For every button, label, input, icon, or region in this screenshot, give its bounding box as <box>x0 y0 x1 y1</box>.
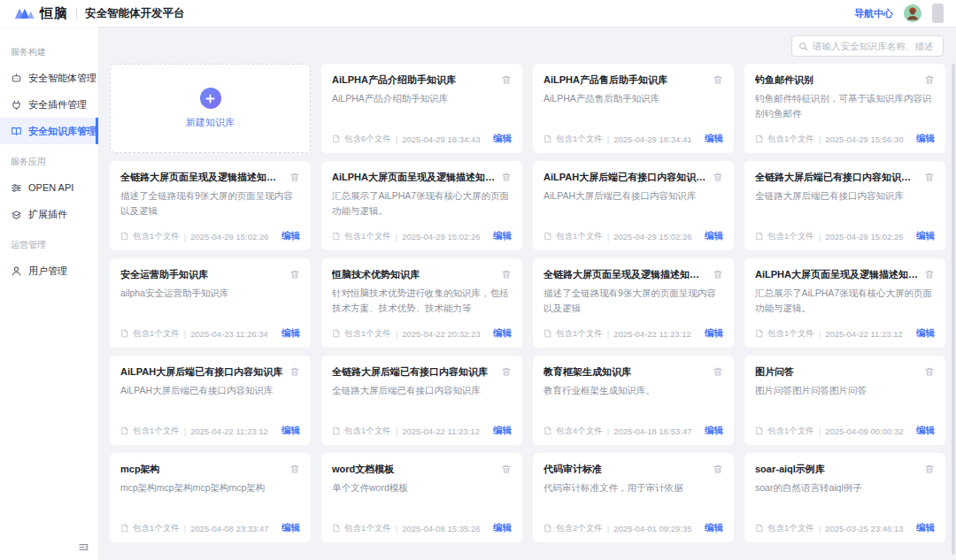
card-timestamp: 2025-04-29 15:02:26 <box>190 232 268 242</box>
sidebar-item-open-api[interactable]: OPEN API <box>0 174 98 201</box>
sidebar: 服务构建 安全智能体管理 安全插件管理 <box>0 27 99 560</box>
sidebar-collapse-icon[interactable] <box>78 541 89 553</box>
edit-link[interactable]: 编辑 <box>493 327 512 340</box>
delete-icon[interactable] <box>289 366 300 377</box>
footer-separator: | <box>607 134 609 144</box>
footer-separator: | <box>819 134 821 144</box>
edit-link[interactable]: 编辑 <box>281 230 300 242</box>
card-title: 恒脑技术优势知识库 <box>332 268 496 281</box>
card-description: 汇总展示了AiLPHA7张现有核心大屏的页面功能与逻辑。 <box>755 286 935 315</box>
edit-link[interactable]: 编辑 <box>493 133 512 145</box>
delete-icon[interactable] <box>924 464 935 474</box>
edit-link[interactable]: 编辑 <box>705 230 723 242</box>
delete-icon[interactable] <box>924 74 935 85</box>
delete-icon[interactable] <box>501 464 512 474</box>
delete-icon[interactable] <box>501 366 512 377</box>
delete-icon[interactable] <box>289 269 300 280</box>
delete-icon[interactable] <box>924 366 935 377</box>
knowledge-base-card[interactable]: 代码审计标准 代码审计标准文件，用于审计依据 包含2个文件 | 2025-04-… <box>533 453 734 542</box>
edit-link[interactable]: 编辑 <box>705 522 723 534</box>
knowledge-base-card[interactable]: 安全运营助手知识库 ailpha安全运营助手知识库 包含1个文件 | 2025-… <box>110 258 311 348</box>
knowledge-base-card[interactable]: 图片问答 图片问答图片问答图片问答 包含1个文件 | 2025-04-09 00… <box>744 356 945 445</box>
delete-icon[interactable] <box>713 172 723 182</box>
knowledge-base-card[interactable]: AiLPHA产品介绍助手知识库 AiLPHA产品介绍助手知识库 包含6个文件 |… <box>321 64 522 153</box>
knowledge-base-card[interactable]: AiLPHA大屏页面呈现及逻辑描述知hw 汇总展示了AiLPHA7张现有核心大屏… <box>321 161 522 250</box>
delete-icon[interactable] <box>924 172 935 182</box>
knowledge-base-card[interactable]: AiLPHA大屏页面呈现及逻辑描述知识库 汇总展示了AiLPHA7张现有核心大屏… <box>744 258 945 348</box>
edit-link[interactable]: 编辑 <box>916 327 935 340</box>
card-title: AiLPHA大屏页面呈现及逻辑描述知识库 <box>755 268 919 281</box>
file-icon <box>544 524 552 533</box>
footer-separator: | <box>184 426 186 436</box>
sidebar-item-knowledge-base-management[interactable]: 安全知识库管理 <box>0 118 98 144</box>
edit-link[interactable]: 编辑 <box>916 230 935 242</box>
delete-icon[interactable] <box>289 172 300 182</box>
vertical-scrollbar[interactable] <box>952 64 955 555</box>
card-file-count: 包含1个文件 <box>767 231 814 242</box>
top-bar: 恒脑 安全智能体开发平台 导航中心 <box>0 0 956 27</box>
main-content: 新建知识库 AiLPHA产品介绍助手知识库 AiLPHA产品介绍助手知识库 包含… <box>99 27 956 560</box>
nav-center-link[interactable]: 导航中心 <box>854 7 893 20</box>
card-file-count: 包含1个文件 <box>133 426 180 437</box>
delete-icon[interactable] <box>713 464 723 474</box>
edit-link[interactable]: 编辑 <box>916 425 935 437</box>
sidebar-item-user-management[interactable]: 用户管理 <box>0 257 98 284</box>
footer-separator: | <box>607 426 609 436</box>
card-title: 全链路大屏页面呈现及逻辑描述知识库... <box>120 171 284 184</box>
search-box[interactable] <box>791 35 944 57</box>
knowledge-base-card[interactable]: AiLPAH大屏后端已有接口内容知识库 AiLPAH大屏后端已有接口内容知识库 … <box>110 356 311 445</box>
edit-link[interactable]: 编辑 <box>493 425 512 437</box>
footer-separator: | <box>396 524 397 533</box>
delete-icon[interactable] <box>501 269 512 280</box>
knowledge-base-card[interactable]: 钓鱼邮件识别 钓鱼邮件特征识别，可基于该知识库内容识别钓鱼邮件 包含1个文件 |… <box>744 64 945 153</box>
card-description: mcp架构mcp架构mcp架构mcp架构 <box>120 480 300 495</box>
delete-icon[interactable] <box>289 464 300 474</box>
knowledge-base-card[interactable]: 全链路大屏页面呈现及逻辑描述知识库 描述了全链路现有9张大屏的页面呈现内容以及逻… <box>533 258 734 348</box>
search-input[interactable] <box>813 41 937 51</box>
delete-icon[interactable] <box>713 269 723 280</box>
knowledge-base-card[interactable]: 全链路大屏页面呈现及逻辑描述知识库... 描述了全链路现有9张大屏的页面呈现内容… <box>110 161 311 250</box>
knowledge-base-card[interactable]: 教育框架生成知识库 教育行业框架生成知识库。 包含4个文件 | 2025-04-… <box>533 356 734 445</box>
file-icon <box>755 232 764 241</box>
knowledge-base-card[interactable]: 全链路大屏后端已有接口内容知识库 全链路大屏后端已有接口内容知识库 包含1个文件… <box>321 356 522 445</box>
card-timestamp: 2025-04-08 23:33:47 <box>190 524 268 533</box>
edit-link[interactable]: 编辑 <box>493 522 512 534</box>
sidebar-item-plugin-management[interactable]: 安全插件管理 <box>0 91 98 118</box>
edit-link[interactable]: 编辑 <box>705 327 723 340</box>
footer-separator: | <box>819 524 821 533</box>
card-timestamp: 2025-04-29 15:56:30 <box>825 134 903 144</box>
delete-icon[interactable] <box>713 74 723 85</box>
card-description: AiLPAH大屏后端已有接口内容知识库 <box>544 188 723 203</box>
edit-link[interactable]: 编辑 <box>281 327 300 340</box>
knowledge-base-card[interactable]: 全链路大屏后端已有接口内容知识库hwf 全链路大屏后端已有接口内容知识库 包含1… <box>744 161 945 250</box>
knowledge-base-card[interactable]: AiLPHA产品售后助手知识库 AiLPHA产品售后助手知识库 包含1个文件 |… <box>533 64 734 153</box>
card-file-count: 包含1个文件 <box>767 523 814 534</box>
knowledge-base-card[interactable]: 恒脑技术优势知识库 针对恒脑技术优势进行收集的知识库，包括技术方案、技术优势、技… <box>321 258 522 348</box>
delete-icon[interactable] <box>713 366 723 377</box>
footer-separator: | <box>184 524 186 533</box>
delete-icon[interactable] <box>924 269 935 280</box>
knowledge-base-card[interactable]: mcp架构 mcp架构mcp架构mcp架构mcp架构 包含1个文件 | 2025… <box>110 453 311 542</box>
knowledge-base-card[interactable]: soar-aiql示例库 soar的自然语言转aiql例子 包含1个文件 | 2… <box>744 453 945 542</box>
delete-icon[interactable] <box>501 74 512 85</box>
user-avatar[interactable] <box>904 4 921 22</box>
edit-link[interactable]: 编辑 <box>705 133 723 145</box>
file-icon <box>332 524 341 533</box>
delete-icon[interactable] <box>501 172 512 182</box>
edit-link[interactable]: 编辑 <box>493 230 512 242</box>
card-file-count: 包含2个文件 <box>556 523 603 534</box>
book-icon <box>11 126 22 137</box>
sidebar-item-agent-management[interactable]: 安全智能体管理 <box>0 65 98 91</box>
edit-link[interactable]: 编辑 <box>281 425 300 437</box>
edit-link[interactable]: 编辑 <box>916 133 935 145</box>
edit-link[interactable]: 编辑 <box>705 425 723 437</box>
card-timestamp: 2025-04-08 15:35:26 <box>402 524 480 533</box>
sidebar-item-extensions[interactable]: 扩展插件 <box>0 201 98 227</box>
new-knowledge-base-button[interactable]: 新建知识库 <box>110 64 311 153</box>
knowledge-base-card[interactable]: AiLPAH大屏后端已有接口内容知识库h AiLPAH大屏后端已有接口内容知识库… <box>533 161 734 250</box>
knowledge-base-card[interactable]: word文档模板 单个文件word模板 包含1个文件 | 2025-04-08 … <box>321 453 522 542</box>
file-icon <box>544 426 552 435</box>
edit-link[interactable]: 编辑 <box>916 522 935 534</box>
card-title: 全链路大屏页面呈现及逻辑描述知识库 <box>544 268 707 281</box>
edit-link[interactable]: 编辑 <box>281 522 300 534</box>
